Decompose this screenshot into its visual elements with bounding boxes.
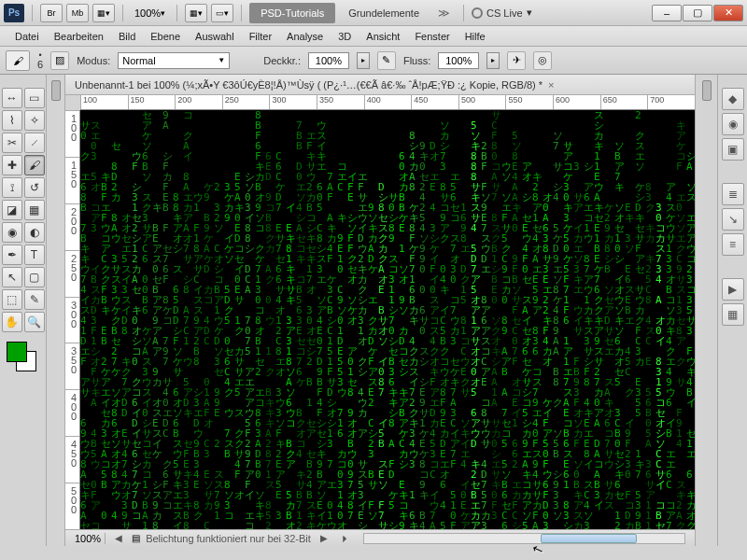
opacity-pressure-toggle[interactable]: ✎	[377, 51, 396, 70]
arrange-documents-button[interactable]: ▦▾	[185, 4, 207, 22]
opacity-slider-icon[interactable]: ▸	[357, 52, 370, 69]
workspace-primary[interactable]: PSD-Tutorials	[249, 3, 335, 23]
tool-hand[interactable]: ✋	[2, 312, 22, 332]
tool-zoom[interactable]: 🔍	[24, 312, 45, 332]
panel-adjustments-icon[interactable]: ≣	[722, 183, 744, 205]
document-area: Unbenannt-1 bei 100% (¼;xÃ•Y €3ôÚ€yÈ8¦!Å…	[65, 75, 695, 546]
tool-gradient[interactable]: ▦	[24, 200, 45, 220]
menu-datei[interactable]: Datei	[7, 26, 47, 46]
chevron-down-icon: ▼	[218, 56, 225, 64]
menu-fenster[interactable]: Fenster	[407, 26, 457, 46]
tool-3d[interactable]: ⬚	[2, 289, 22, 310]
tool-lasso[interactable]: ⌇	[2, 110, 22, 131]
panel-actions-icon[interactable]: ≡	[722, 233, 744, 256]
horizontal-scrollbar[interactable]	[363, 533, 685, 544]
document-tab[interactable]: Unbenannt-1 bei 100% (¼;xÃ•Y €3ôÚ€yÈ8¦!Å…	[65, 75, 695, 95]
app-logo: Ps	[4, 4, 24, 22]
window-close-button[interactable]: ✕	[713, 5, 743, 21]
brush-icon: 🖌	[13, 55, 23, 66]
mini-bridge-button[interactable]: Mb	[66, 4, 89, 22]
flow-label: Fluss:	[403, 55, 430, 66]
status-nav-right-icon[interactable]: ▶	[317, 533, 331, 543]
menu-3d[interactable]: 3D	[331, 26, 359, 46]
tool-note[interactable]: ✎	[24, 289, 45, 310]
status-menu-icon[interactable]: ▤	[132, 533, 140, 543]
tool-healing[interactable]: ✚	[2, 155, 22, 175]
tool-stamp[interactable]: ⟟	[2, 177, 22, 198]
tool-crop[interactable]: ✂	[2, 133, 22, 153]
zoom-value[interactable]: 100%	[71, 533, 106, 544]
panel-channel-mixer-icon[interactable]: ↘	[722, 208, 744, 231]
window-minimize-button[interactable]: –	[652, 5, 682, 21]
app-header: Ps Br Mb ▦▾ 100% ▾ ▦▾ ▭▾ PSD-Tutorials G…	[0, 0, 747, 26]
menu-ebene[interactable]: Ebene	[143, 26, 188, 46]
tool-wand[interactable]: ✧	[24, 110, 45, 131]
view-extras-button[interactable]: ▦▾	[92, 4, 115, 22]
blend-mode-select[interactable]: Normal▼	[118, 52, 230, 69]
menu-auswahl[interactable]: Auswahl	[188, 26, 242, 46]
tool-marquee[interactable]: ▭	[24, 88, 45, 108]
status-bar: 100% ◀ ▤ Belichtung funktioniert nur bei…	[65, 529, 695, 546]
menu-bar: Datei Bearbeiten Bild Ebene Auswahl Filt…	[0, 26, 747, 47]
screen-mode-button[interactable]: ▭▾	[211, 4, 233, 22]
tool-dodge[interactable]: ◐	[24, 222, 45, 243]
workspace-secondary[interactable]: Grundelemente	[339, 3, 429, 23]
options-bar: 🖌 •6 ▨ Modus: Normal▼ Deckkr.: 100% ▸ ✎ …	[0, 47, 747, 75]
menu-filter[interactable]: Filter	[242, 26, 279, 46]
ruler-vertical[interactable]: 100 150 200 250 300 350 400 450 500	[65, 110, 80, 529]
panel-color-icon[interactable]: ◉	[722, 113, 744, 135]
scrollbar-thumb[interactable]	[541, 534, 637, 543]
panel-animation-icon[interactable]: ▶	[722, 278, 744, 301]
tablet-pressure-toggle[interactable]: ◎	[533, 51, 552, 70]
mode-label: Modus:	[77, 55, 110, 66]
bridge-button[interactable]: Br	[40, 4, 63, 22]
tool-move[interactable]: ↔	[2, 88, 22, 108]
tool-history-brush[interactable]: ↺	[24, 177, 45, 198]
workspace-main: ↔ ▭ ⌇ ✧ ✂ ⟋ ✚ 🖌 ⟟ ↺ ◪ ▦ ◉ ◐ ✒ T ↖ ▢ ⬚ ✎ …	[0, 75, 747, 546]
opacity-input[interactable]: 100%	[308, 52, 349, 69]
tool-preset-picker[interactable]: 🖌	[6, 50, 30, 71]
right-panels: ◆ ◉ ▣ ≣ ↘ ≡ ▶ ▦	[717, 75, 747, 546]
tool-pen[interactable]: ✒	[2, 245, 22, 265]
cs-live-button[interactable]: CS Live ▾	[472, 7, 532, 19]
flow-input[interactable]: 100%	[438, 52, 479, 69]
canvas[interactable]: サ 0 ク エ 6 8 B 7 B キ キ ウ 7 4 イ ス 4 1 D エ …	[80, 110, 695, 529]
flow-slider-icon[interactable]: ▸	[486, 52, 500, 69]
collapsed-panel-nub[interactable]	[51, 80, 61, 101]
status-nav-left-icon[interactable]: ◀	[111, 533, 126, 543]
status-message: Belichtung funktioniert nur bei 32-Bit	[146, 533, 311, 544]
status-nav-end-icon[interactable]: ⏵	[337, 533, 354, 543]
close-document-icon[interactable]: ×	[548, 79, 554, 91]
tool-brush[interactable]: 🖌	[24, 155, 45, 175]
airbrush-toggle[interactable]: ✈	[507, 51, 526, 70]
menu-ansicht[interactable]: Ansicht	[359, 26, 407, 46]
panel-info-icon[interactable]: ▦	[722, 303, 744, 326]
cs-live-icon	[472, 7, 483, 19]
tool-eraser[interactable]: ◪	[2, 200, 22, 220]
tool-path[interactable]: ↖	[2, 267, 22, 287]
brush-preset-picker[interactable]: •6	[37, 51, 43, 70]
right-panel-strip	[695, 75, 717, 546]
opacity-label: Deckkr.:	[263, 55, 301, 66]
tool-eyedropper[interactable]: ⟋	[24, 133, 45, 153]
workspace-more-icon[interactable]: ≫	[438, 7, 450, 20]
color-swatches[interactable]	[5, 342, 42, 379]
foreground-color-swatch[interactable]	[7, 342, 27, 362]
document-title: Unbenannt-1 bei 100% (¼;xÃ•Y €3ôÚ€yÈ8¦!Å…	[75, 79, 543, 91]
menu-bearbeiten[interactable]: Bearbeiten	[47, 26, 111, 46]
tool-blur[interactable]: ◉	[2, 222, 22, 243]
zoom-display[interactable]: 100% ▾	[131, 4, 169, 22]
menu-bild[interactable]: Bild	[111, 26, 143, 46]
tool-shape[interactable]: ▢	[24, 267, 45, 287]
tool-type[interactable]: T	[24, 245, 45, 265]
menu-hilfe[interactable]: Hilfe	[458, 26, 493, 46]
panel-navigator-icon[interactable]: ▣	[722, 138, 744, 161]
left-panel-strip	[47, 75, 65, 546]
ruler-horizontal[interactable]: 100 150 200 250 300 350 400 450 500 550 …	[80, 95, 695, 110]
collapsed-panel-nub[interactable]	[702, 80, 712, 101]
toolbox: ↔ ▭ ⌇ ✧ ✂ ⟋ ✚ 🖌 ⟟ ↺ ◪ ▦ ◉ ◐ ✒ T ↖ ▢ ⬚ ✎ …	[0, 75, 47, 546]
window-maximize-button[interactable]: ▢	[683, 5, 712, 21]
menu-analyse[interactable]: Analyse	[279, 26, 331, 46]
panel-swatches-icon[interactable]: ◆	[722, 88, 744, 110]
brush-panel-toggle[interactable]: ▨	[50, 51, 69, 70]
